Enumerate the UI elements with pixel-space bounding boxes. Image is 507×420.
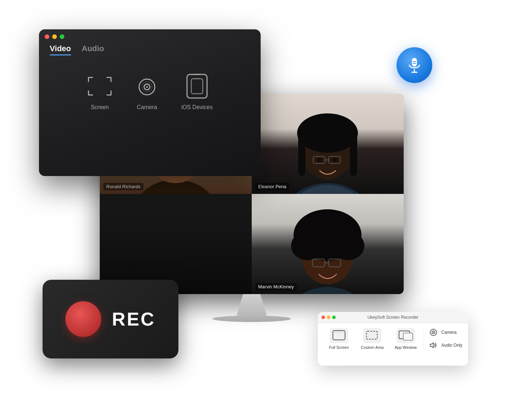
camera-side-icon bbox=[428, 327, 438, 337]
camera-side-option[interactable]: Camera bbox=[428, 327, 462, 337]
svg-rect-44 bbox=[334, 332, 344, 333]
monitor-stand bbox=[230, 294, 273, 316]
screen-icon bbox=[87, 73, 113, 99]
svg-point-28 bbox=[332, 158, 338, 162]
participant-name-marvin: Marvin McKinney bbox=[255, 283, 297, 290]
full-screen-label: Full Screen bbox=[329, 345, 349, 350]
recorder-window-controls bbox=[321, 316, 336, 319]
svg-rect-45 bbox=[366, 331, 377, 339]
camera-icon bbox=[134, 73, 160, 99]
custom-area-option[interactable]: Custom Area bbox=[357, 328, 387, 350]
participant-cell-eleanor: Eleanor Pena bbox=[252, 94, 404, 194]
tab-audio[interactable]: Audio bbox=[82, 44, 104, 55]
svg-point-27 bbox=[316, 158, 322, 162]
svg-point-34 bbox=[332, 231, 364, 260]
recorder-maximize-btn[interactable] bbox=[332, 316, 336, 319]
ios-icon bbox=[184, 73, 210, 99]
monitor-base bbox=[212, 316, 291, 322]
svg-rect-23 bbox=[350, 133, 357, 176]
participant-cell-marvin: Marvin McKinney bbox=[252, 194, 404, 294]
svg-point-2 bbox=[146, 86, 148, 88]
svg-rect-22 bbox=[298, 133, 305, 176]
camera-option[interactable]: Camera bbox=[134, 73, 160, 111]
svg-rect-47 bbox=[403, 333, 413, 340]
microphone-bubble[interactable] bbox=[397, 47, 432, 83]
custom-area-label: Custom Area bbox=[361, 345, 384, 350]
mac-titlebar bbox=[39, 29, 261, 44]
mac-tabs: Video Audio bbox=[39, 44, 261, 55]
svg-rect-38 bbox=[412, 58, 417, 67]
audio-only-label: Audio Only bbox=[441, 343, 462, 348]
app-window-icon bbox=[397, 328, 415, 343]
audio-only-icon bbox=[428, 340, 438, 350]
participant-name-ronald: Ronald Richards bbox=[103, 183, 143, 190]
recording-mode-options: Screen Camera bbox=[39, 73, 261, 111]
rec-indicator bbox=[65, 301, 101, 337]
full-screen-icon bbox=[330, 328, 348, 343]
participant-cell-empty bbox=[100, 194, 252, 294]
tab-video[interactable]: Video bbox=[50, 44, 71, 55]
rec-button-card: REC bbox=[43, 280, 178, 358]
full-screen-option[interactable]: Full Screen bbox=[324, 328, 354, 350]
maximize-button[interactable] bbox=[60, 34, 64, 39]
mac-app-window: Video Audio Screen bbox=[39, 29, 261, 176]
microphone-icon bbox=[406, 57, 423, 74]
svg-point-50 bbox=[433, 332, 434, 333]
audio-only-option[interactable]: Audio Only bbox=[428, 340, 462, 350]
close-button[interactable] bbox=[45, 34, 49, 39]
participant-name-eleanor: Eleanor Pena bbox=[255, 183, 289, 190]
side-options: Camera Audio Only bbox=[424, 327, 462, 350]
recorder-titlebar: UkeySoft Screen Recorder bbox=[318, 312, 468, 323]
svg-rect-4 bbox=[187, 74, 207, 98]
recorder-body: Full Screen Custom Area bbox=[318, 323, 468, 355]
screen-label: Screen bbox=[91, 104, 109, 111]
scene: Video Audio Screen bbox=[39, 22, 468, 398]
app-window-option[interactable]: App Window bbox=[390, 328, 421, 350]
minimize-button[interactable] bbox=[52, 34, 57, 39]
ios-label: iOS Devices bbox=[181, 104, 213, 111]
rec-label[interactable]: REC bbox=[112, 308, 156, 330]
svg-marker-51 bbox=[430, 343, 433, 348]
ios-option[interactable]: iOS Devices bbox=[181, 73, 213, 111]
custom-area-icon bbox=[363, 328, 382, 343]
screen-option[interactable]: Screen bbox=[87, 73, 113, 111]
recorder-minimize-btn[interactable] bbox=[327, 316, 330, 319]
recorder-close-btn[interactable] bbox=[321, 316, 325, 319]
svg-point-21 bbox=[297, 113, 358, 153]
recorder-title: UkeySoft Screen Recorder bbox=[368, 315, 419, 320]
camera-label: Camera bbox=[137, 104, 157, 111]
recorder-panel: UkeySoft Screen Recorder Full Screen bbox=[318, 312, 468, 366]
app-window-label: App Window bbox=[395, 345, 417, 350]
svg-rect-6 bbox=[191, 79, 203, 94]
camera-side-label: Camera bbox=[441, 330, 457, 335]
svg-point-33 bbox=[291, 231, 323, 260]
